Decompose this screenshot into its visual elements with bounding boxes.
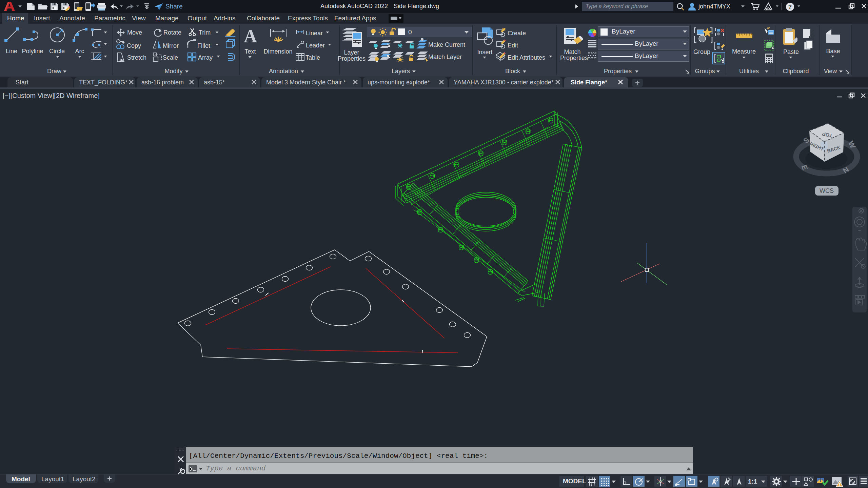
svg-text:?: ? — [788, 4, 792, 10]
svg-text:!: ! — [839, 482, 840, 487]
